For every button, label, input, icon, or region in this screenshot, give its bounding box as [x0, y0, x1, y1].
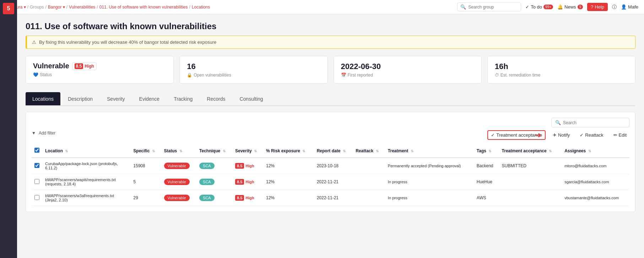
todo-button[interactable]: ✓ To do 99+	[525, 4, 553, 10]
table-search-box[interactable]: 🔍	[551, 118, 629, 127]
breadcrumb: Imamura ▾ / Groups / Bangor ▾ / Vulnerab…	[6, 5, 210, 10]
row-report-date-1: 2022-11-21	[314, 174, 353, 190]
row-assignees-1: sgarcia@fluidattacks.com	[562, 174, 629, 190]
col-status: Status ⇅	[161, 144, 197, 158]
row-technique-1: SCA	[196, 174, 232, 190]
remediation-label: ⏱ Est. remediation time	[495, 73, 628, 78]
row-checkbox-0[interactable]	[34, 163, 39, 168]
table-actions: ➔ ✓ Treatment acceptance ✈ Notify ✓ Reat…	[487, 130, 629, 140]
table-row: bWAPP/scanners/w3af/requirements.txt (Ji…	[32, 190, 629, 206]
edit-button[interactable]: ✏ Edit	[611, 131, 629, 139]
edit-label: Edit	[619, 132, 627, 138]
breadcrumb-groups: Groups	[30, 5, 44, 10]
row-specific-2: 29	[130, 190, 161, 206]
tab-records[interactable]: Records	[200, 92, 232, 105]
row-assignees-2: vbustamante@fluidattacks.com	[562, 190, 629, 206]
tab-consulting[interactable]: Consulting	[233, 92, 270, 105]
row-assignees-0: mtoro@fluidattacks.com	[562, 158, 629, 174]
col-assignees: Assignees ⇅	[562, 144, 629, 158]
filter-row[interactable]: ▼ Add filter	[32, 131, 55, 136]
severity-number: 8.5	[75, 63, 83, 69]
row-specific-1: 5	[130, 174, 161, 190]
breadcrumb-vuln-title[interactable]: 011. Use of software with known vulnerab…	[99, 5, 188, 10]
row-checkbox-cell	[32, 174, 42, 190]
news-label: News	[564, 4, 576, 10]
first-reported-value: 2022-06-30	[341, 62, 474, 71]
row-tags-2: AWS	[474, 190, 499, 206]
tab-tracking[interactable]: Tracking	[167, 92, 199, 105]
search-group-box[interactable]: 🔍	[457, 2, 521, 11]
notify-button[interactable]: ✈ Notify	[550, 131, 573, 139]
row-reattack-2	[353, 190, 385, 206]
row-status-0: Vulnerable	[161, 158, 197, 174]
table-section: 🔍 ▼ Add filter ➔ ✓ Treatment acceptance …	[26, 112, 635, 212]
sort-icon: ⇅	[343, 149, 346, 153]
col-checkbox	[32, 144, 42, 158]
filter-label: Add filter	[39, 131, 55, 136]
todo-label: To do	[531, 4, 542, 10]
open-vulns-card: 16 🔒 Open vulnerabilities	[179, 56, 328, 84]
reattack-button[interactable]: ✓ Reattack	[577, 131, 606, 139]
select-all-checkbox[interactable]	[34, 148, 39, 153]
tab-description[interactable]: Description	[61, 92, 99, 105]
row-technique-2: SCA	[196, 190, 232, 206]
sort-icon: ⇅	[411, 149, 413, 153]
info-button[interactable]: ⓘ	[612, 4, 617, 10]
breadcrumb-bangor[interactable]: Bangor ▾	[48, 5, 65, 10]
breadcrumb-vulnerabilities[interactable]: Vulnerabilities	[69, 5, 95, 10]
col-tags: Tags ⇅	[474, 144, 499, 158]
row-severity-2: 8.5 High	[232, 190, 263, 206]
top-navigation: Imamura ▾ / Groups / Bangor ▾ / Vulnerab…	[0, 0, 644, 14]
news-badge: 9	[578, 5, 583, 9]
heart-icon: 💙	[33, 72, 38, 77]
locations-table: Location ⇅ Specific ⇅ Status ⇅ Technique…	[32, 144, 629, 206]
sort-icon: ⇅	[302, 149, 305, 153]
row-tags-0: Backend	[474, 158, 499, 174]
table-row: bWAPP/scanners/wapiti/requirements.txt (…	[32, 174, 629, 190]
row-risk-1: 12%	[263, 174, 314, 190]
news-button[interactable]: 🔔 News 9	[557, 4, 583, 10]
calendar-icon: 📅	[341, 73, 346, 78]
sort-icon: ⇅	[549, 149, 552, 153]
remediation-text: Est. remediation time	[500, 73, 541, 78]
tab-evidence[interactable]: Evidence	[132, 92, 167, 105]
tab-locations[interactable]: Locations	[26, 92, 60, 105]
user-menu[interactable]: 👤 Mafe	[621, 4, 638, 10]
status-text: Status	[40, 72, 52, 77]
col-treatment-acceptance: Treatment acceptance ⇅	[499, 144, 562, 158]
help-button[interactable]: ? Help	[587, 3, 608, 11]
edit-icon: ✏	[613, 132, 617, 138]
row-treatment-0: Permanently accepted (Pending approval)	[385, 158, 474, 174]
status-label: 💙 Status	[33, 72, 166, 77]
row-risk-2: 12%	[263, 190, 314, 206]
row-status-2: Vulnerable	[161, 190, 197, 206]
col-technique: Technique ⇅	[196, 144, 232, 158]
row-checkbox-2[interactable]	[34, 195, 39, 200]
row-checkbox-cell	[32, 190, 42, 206]
notify-icon: ✈	[553, 132, 557, 138]
sidebar-logo[interactable]: 5	[3, 3, 14, 14]
search-group-input[interactable]	[468, 5, 518, 10]
nav-right: 🔍 ✓ To do 99+ 🔔 News 9 ? Help ⓘ 👤 Mafe	[457, 2, 638, 11]
info-icon: ⓘ	[612, 4, 617, 10]
row-status-1: Vulnerable	[161, 174, 197, 190]
table-search-input[interactable]	[563, 120, 626, 125]
col-severity: Severity ⇅	[232, 144, 263, 158]
col-reattack: Reattack ⇅	[353, 144, 385, 158]
row-reattack-0	[353, 158, 385, 174]
sort-icon: ⇅	[65, 149, 68, 153]
row-location-0: CurubaApp/package-lock.json (protobufjs,…	[42, 158, 130, 174]
first-reported-card: 2022-06-30 📅 First reported	[334, 56, 482, 84]
sort-icon: ⇅	[588, 149, 591, 153]
row-treatment-1: In progress	[385, 174, 474, 190]
open-vulns-label: 🔒 Open vulnerabilities	[187, 73, 320, 78]
checkmark-icon: ✓	[525, 4, 529, 10]
row-checkbox-cell	[32, 158, 42, 174]
red-arrow-indicator: ➔	[535, 131, 541, 140]
row-technique-0: SCA	[196, 158, 232, 174]
remediation-card: 16h ⏱ Est. remediation time	[487, 56, 635, 84]
row-checkbox-1[interactable]	[34, 179, 39, 184]
first-reported-text: First reported	[348, 73, 373, 78]
main-content: 011. Use of software with known vulnerab…	[17, 14, 644, 258]
tab-severity[interactable]: Severity	[100, 92, 132, 105]
